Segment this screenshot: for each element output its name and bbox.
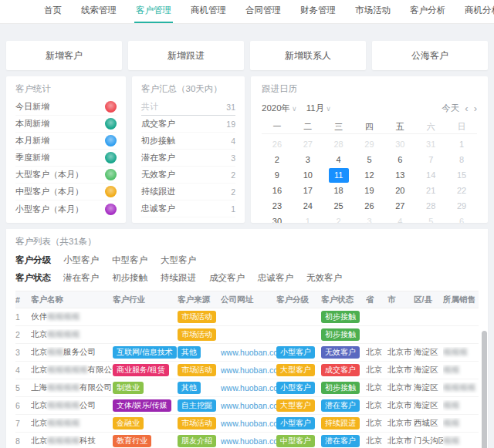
calendar-day[interactable]: 28 [323, 136, 354, 152]
table-row[interactable]: 5上海模模模模有限公司制造业其他www.huoban.com小型客户初步接触北京… [15, 379, 479, 397]
calendar-day[interactable]: 4 [384, 214, 415, 223]
calendar-day[interactable]: 22 [446, 183, 477, 198]
calendar-day[interactable]: 28 [415, 198, 446, 214]
calendar-day[interactable]: 6 [446, 214, 477, 223]
nav-tab-商机分析[interactable]: 商机分析 [463, 0, 494, 23]
calendar-day[interactable]: 18 [323, 183, 354, 198]
today-button[interactable]: 今天 [442, 103, 459, 114]
nav-tab-客户分析[interactable]: 客户分析 [408, 0, 447, 23]
calendar-day[interactable]: 5 [354, 152, 385, 167]
filter-option-小型客户[interactable]: 小型客户 [63, 254, 99, 266]
table-row[interactable]: 4北京模模模模模有限公司商业服务/租赁市场活动www.huoban.com大型客… [15, 362, 479, 379]
table-row[interactable]: 3北京模模服务公司互联网/信息技术其他www.huoban.com小型客户无效客… [15, 344, 479, 362]
month-select[interactable]: 11月∨ [306, 103, 331, 114]
website-link[interactable]: www.huoban.com [221, 419, 276, 428]
calendar-day[interactable]: 1 [293, 214, 323, 223]
nav-tab-首页[interactable]: 首页 [42, 0, 63, 23]
cell-website: www.huoban.com [221, 383, 276, 392]
calendar-day[interactable]: 2 [323, 214, 354, 223]
calendar-day[interactable]: 15 [446, 167, 477, 183]
stat-count-badge [105, 186, 117, 197]
calendar-day[interactable]: 26 [262, 136, 293, 152]
calendar-day[interactable]: 6 [384, 152, 415, 167]
followup-calendar-panel: 跟进日历 2020年∨ 11月∨ 今天 ‹ › 一二三四五六日262728293… [251, 76, 488, 223]
calendar-day[interactable]: 5 [415, 214, 446, 223]
quick-action-button[interactable]: 公海客户 [372, 41, 488, 70]
website-link[interactable]: www.huoban.com [221, 348, 276, 357]
website-link[interactable]: www.huoban.com [221, 383, 276, 392]
nav-tab-商机管理[interactable]: 商机管理 [189, 0, 228, 23]
filter-option-忠诚客户[interactable]: 忠诚客户 [258, 272, 293, 284]
calendar-day[interactable]: 30 [262, 214, 293, 223]
calendar-day[interactable]: 30 [384, 136, 415, 152]
calendar-day[interactable]: 26 [354, 198, 385, 214]
calendar-day[interactable]: 27 [384, 198, 415, 214]
cell-province: 北京 [366, 436, 387, 446]
calendar-day[interactable]: 4 [323, 152, 354, 167]
website-link[interactable]: www.huoban.com [221, 365, 276, 375]
table-row[interactable]: 1伙伴模模模模市场活动初步接触 [15, 308, 479, 326]
calendar-day[interactable]: 24 [293, 198, 323, 214]
calendar-day[interactable]: 2 [262, 152, 293, 167]
calendar-day[interactable]: 31 [415, 136, 446, 152]
column-header: 客户行业 [113, 295, 178, 305]
calendar-day[interactable]: 12 [354, 167, 385, 183]
quick-action-button[interactable]: 新增联系人 [250, 41, 366, 70]
filter-option-初步接触[interactable]: 初步接触 [112, 272, 147, 284]
filter-option-潜在客户[interactable]: 潜在客户 [63, 272, 99, 284]
summary-total-row: 共计 31 [141, 99, 235, 116]
stat-item: 中型客户（本月） [15, 184, 117, 200]
cell-website: www.huoban.com [221, 348, 276, 357]
customer-name-text: 北京 [31, 329, 47, 339]
calendar-day[interactable]: 29 [354, 136, 385, 152]
calendar-day[interactable]: 16 [262, 183, 293, 198]
calendar-day[interactable]: 21 [415, 183, 446, 198]
quick-action-button[interactable]: 新增跟进 [128, 41, 244, 70]
nav-tab-市场活动[interactable]: 市场活动 [354, 0, 392, 23]
nav-tab-线索管理[interactable]: 线索管理 [80, 0, 118, 23]
table-row[interactable]: 8北京模模模模科技教育行业朋友介绍www.huoban.com中型客户潜在客户北… [15, 433, 479, 448]
calendar-day[interactable]: 25 [323, 198, 354, 214]
nav-tab-合同管理[interactable]: 合同管理 [244, 0, 283, 23]
cell-district: 西城区 [414, 418, 443, 429]
filter-option-大型客户[interactable]: 大型客户 [161, 254, 196, 266]
calendar-day[interactable]: 23 [262, 198, 293, 214]
calendar-day[interactable]: 17 [293, 183, 323, 198]
calendar-day[interactable]: 27 [293, 136, 323, 152]
table-scrollbar-thumb[interactable] [482, 331, 487, 448]
filter-option-中型客户[interactable]: 中型客户 [112, 254, 147, 266]
table-row[interactable]: 7北京模模模模金融业市场活动www.huoban.com小型客户持续跟进北京北京… [15, 415, 479, 433]
table-row[interactable]: 2北京模模模模市场活动初步接触 [15, 326, 479, 344]
year-select[interactable]: 2020年∨ [262, 103, 297, 114]
cell-website: www.huoban.com [221, 401, 276, 410]
calendar-day[interactable]: 8 [446, 152, 477, 167]
next-month-icon[interactable]: › [474, 103, 477, 113]
cell-province: 北京 [366, 347, 387, 358]
calendar-day[interactable]: 7 [415, 152, 446, 167]
calendar-day[interactable]: 11 [323, 167, 354, 183]
quick-action-button[interactable]: 新增客户 [6, 41, 122, 70]
industry-tag: 文体/娱乐/传媒 [113, 399, 171, 412]
calendar-day[interactable]: 10 [293, 167, 323, 183]
calendar-day[interactable]: 13 [384, 167, 415, 183]
calendar-day[interactable]: 3 [354, 214, 385, 223]
calendar-day[interactable]: 14 [415, 167, 446, 183]
cell-sales-owner: 模模 [443, 400, 479, 411]
calendar-day[interactable]: 29 [446, 198, 477, 214]
filter-option-成交客户[interactable]: 成交客户 [209, 272, 245, 284]
filter-option-持续跟进[interactable]: 持续跟进 [161, 272, 196, 284]
filter-option-无效客户[interactable]: 无效客户 [306, 272, 342, 284]
calendar-day[interactable]: 1 [446, 136, 477, 152]
calendar-day[interactable]: 9 [262, 167, 293, 183]
nav-tab-财务管理[interactable]: 财务管理 [299, 0, 337, 23]
table-row[interactable]: 6北京模模模模公司文体/娱乐/传媒自主挖掘www.huoban.com大型客户潜… [15, 397, 479, 415]
calendar-day[interactable]: 3 [293, 152, 323, 167]
website-link[interactable]: www.huoban.com [221, 436, 276, 446]
calendar-day[interactable]: 19 [354, 183, 385, 198]
prev-month-icon[interactable]: ‹ [465, 103, 468, 113]
website-link[interactable]: www.huoban.com [221, 401, 276, 410]
customer-name-text: 服务公司 [63, 347, 96, 356]
calendar-day[interactable]: 20 [384, 183, 415, 198]
nav-tab-客户管理[interactable]: 客户管理 [134, 0, 173, 23]
source-tag: 市场活动 [178, 364, 216, 376]
